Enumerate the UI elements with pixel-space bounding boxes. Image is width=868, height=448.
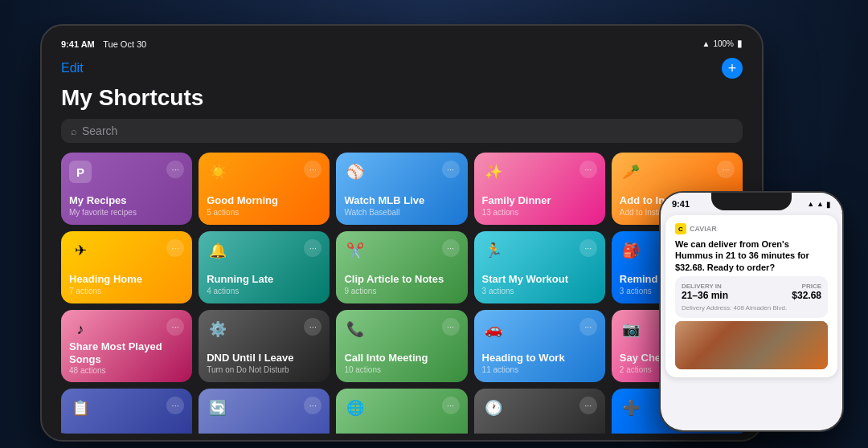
card-subtitle: My favorite recipes bbox=[69, 208, 184, 217]
notif-app-header: C CAVIAR bbox=[675, 223, 828, 234]
shortcut-family-dinner[interactable]: ✨ ··· Family Dinner 13 actions bbox=[474, 153, 605, 225]
more-button[interactable]: ··· bbox=[166, 397, 184, 414]
more-button[interactable]: ··· bbox=[442, 239, 460, 257]
card-subtitle: 3 actions bbox=[482, 287, 597, 295]
more-button[interactable]: ··· bbox=[166, 318, 184, 336]
sun-icon: ☀️ bbox=[207, 161, 229, 183]
card-title: Running Late bbox=[207, 273, 321, 286]
card-subtitle: 13 actions bbox=[482, 208, 597, 217]
shortcut-watch-mlb[interactable]: ⚾ ··· Watch MLB Live Watch Baseball bbox=[336, 153, 467, 225]
shortcut-running-late[interactable]: 🔔 ··· Running Late 4 actions bbox=[199, 231, 330, 303]
more-button[interactable]: ··· bbox=[166, 239, 184, 257]
shortcut-row4-1[interactable]: 📋 ··· bbox=[61, 389, 192, 434]
search-icon: ⌕ bbox=[71, 125, 77, 137]
clock-icon: 🕐 bbox=[482, 397, 505, 419]
notification-title: We can deliver from Oren's Hummus in 21 … bbox=[675, 238, 828, 273]
phone-wifi-icon: ▲ bbox=[817, 200, 824, 208]
edit-button[interactable]: Edit bbox=[61, 61, 84, 75]
shortcut-dnd[interactable]: ⚙️ ··· DND Until I Leave Turn on Do Not … bbox=[199, 310, 330, 382]
wifi-icon: ▲ bbox=[702, 39, 710, 48]
card-subtitle: Watch Baseball bbox=[344, 208, 459, 217]
page-title: My Shortcuts bbox=[61, 85, 743, 111]
phone-battery-icon: ▮ bbox=[826, 200, 831, 209]
food-img-overlay bbox=[675, 321, 828, 369]
search-placeholder: Search bbox=[82, 124, 117, 137]
scissors-icon: ✂️ bbox=[344, 239, 366, 262]
card-subtitle: 10 actions bbox=[344, 365, 459, 374]
status-time: 9:41 AM bbox=[61, 39, 95, 49]
more-button[interactable]: ··· bbox=[717, 161, 735, 178]
more-button[interactable]: ··· bbox=[579, 239, 597, 257]
card-title: Share Most Played Songs bbox=[69, 340, 184, 365]
shortcut-good-morning[interactable]: ☀️ ··· Good Morning 5 actions bbox=[199, 153, 330, 225]
card-subtitle: 7 actions bbox=[69, 287, 184, 295]
more-button[interactable]: ··· bbox=[442, 318, 460, 336]
delivery-label: DELIVERY IN bbox=[682, 283, 728, 290]
card-subtitle: Turn on Do Not Disturb bbox=[207, 365, 321, 374]
card-title: My Recipes bbox=[69, 194, 184, 207]
carrot-icon: 🥕 bbox=[620, 161, 642, 183]
more-button[interactable]: ··· bbox=[442, 161, 460, 178]
address-value: 408 Almaden Blvd. bbox=[733, 304, 787, 312]
phone-notch bbox=[711, 193, 792, 210]
card-subtitle: 4 actions bbox=[207, 287, 321, 295]
status-bar: 9:41 AM Tue Oct 30 ▲ 100% ▮ bbox=[48, 32, 755, 55]
tablet: 9:41 AM Tue Oct 30 ▲ 100% ▮ Edit + My Sh bbox=[40, 24, 764, 442]
phone-signal-icon: ▲ bbox=[807, 200, 814, 208]
shortcut-start-workout[interactable]: 🏃 ··· Start My Workout 3 actions bbox=[474, 231, 605, 303]
more-button[interactable]: ··· bbox=[304, 318, 321, 336]
notification-banner[interactable]: C CAVIAR We can deliver from Oren's Humm… bbox=[665, 215, 837, 377]
caviar-icon: C bbox=[675, 223, 686, 234]
more-button[interactable]: ··· bbox=[304, 161, 321, 178]
shortcut-call-meeting[interactable]: 📞 ··· Call Into Meeting 10 actions bbox=[336, 310, 467, 382]
more-button[interactable]: ··· bbox=[166, 161, 184, 178]
shortcut-heading-work[interactable]: 🚗 ··· Heading to Work 11 actions bbox=[474, 310, 605, 382]
more-button[interactable]: ··· bbox=[579, 397, 597, 414]
card-title: Call Into Meeting bbox=[344, 352, 459, 365]
card-subtitle: 48 actions bbox=[69, 366, 184, 375]
clipboard-icon: 📋 bbox=[69, 397, 92, 419]
card-title: Heading to Work bbox=[482, 352, 597, 365]
card-title: Family Dinner bbox=[482, 194, 597, 207]
delivery-info-card: DELIVERY IN 21–36 min PRICE $32.68 Deliv… bbox=[675, 276, 828, 318]
card-title: Clip Article to Notes bbox=[344, 273, 459, 286]
shortcuts-grid: P ··· My Recipes My favorite recipes ☀️ … bbox=[61, 153, 743, 434]
bell-icon: 🔔 bbox=[207, 239, 229, 262]
settings-icon: ⚙️ bbox=[207, 318, 229, 340]
recipe-icon: P bbox=[69, 161, 92, 183]
card-title: Watch MLB Live bbox=[344, 194, 459, 207]
shortcut-row4-3[interactable]: 🌐 ··· bbox=[336, 389, 467, 434]
shortcut-row4-4[interactable]: 🕐 ··· bbox=[474, 389, 605, 434]
shortcut-row4-2[interactable]: 🔄 ··· bbox=[199, 389, 330, 434]
more-button[interactable]: ··· bbox=[442, 397, 460, 414]
search-bar[interactable]: ⌕ Search bbox=[61, 119, 743, 143]
add-shortcut-button[interactable]: + bbox=[722, 58, 743, 79]
delivery-time: 21–36 min bbox=[682, 290, 728, 301]
notif-app-name: CAVIAR bbox=[690, 225, 717, 233]
bag-icon: 🎒 bbox=[620, 239, 642, 262]
more-button[interactable]: ··· bbox=[304, 239, 321, 257]
shortcut-clip-article[interactable]: ✂️ ··· Clip Article to Notes 9 actions bbox=[336, 231, 467, 303]
more-button[interactable]: ··· bbox=[304, 397, 321, 414]
shortcut-share-songs[interactable]: ♪ ··· Share Most Played Songs 48 actions bbox=[61, 310, 192, 382]
add-icon: + bbox=[728, 60, 737, 77]
address-label: Delivery Address: bbox=[682, 304, 731, 312]
baseball-icon: ⚾ bbox=[344, 161, 366, 183]
plus-icon: ➕ bbox=[620, 397, 642, 419]
app-header: Edit + bbox=[61, 55, 743, 85]
shortcut-my-recipes[interactable]: P ··· My Recipes My favorite recipes bbox=[61, 153, 192, 225]
status-date: Tue Oct 30 bbox=[103, 39, 146, 49]
card-title: Heading Home bbox=[69, 273, 184, 286]
card-title: Start My Workout bbox=[482, 273, 597, 286]
more-button[interactable]: ··· bbox=[579, 161, 597, 178]
price-value: $32.68 bbox=[792, 290, 821, 301]
shortcut-heading-home[interactable]: ✈ ··· Heading Home 7 actions bbox=[61, 231, 192, 303]
battery-percent: 100% bbox=[713, 39, 734, 48]
phone-time: 9:41 bbox=[672, 199, 690, 209]
airplane-icon: ✈ bbox=[69, 239, 92, 262]
battery-icon: ▮ bbox=[737, 38, 743, 49]
more-button[interactable]: ··· bbox=[579, 318, 597, 336]
phone-status-right: ▲ ▲ ▮ bbox=[807, 199, 831, 209]
card-subtitle: 9 actions bbox=[344, 287, 459, 295]
status-time-date: 9:41 AM Tue Oct 30 bbox=[61, 36, 146, 51]
